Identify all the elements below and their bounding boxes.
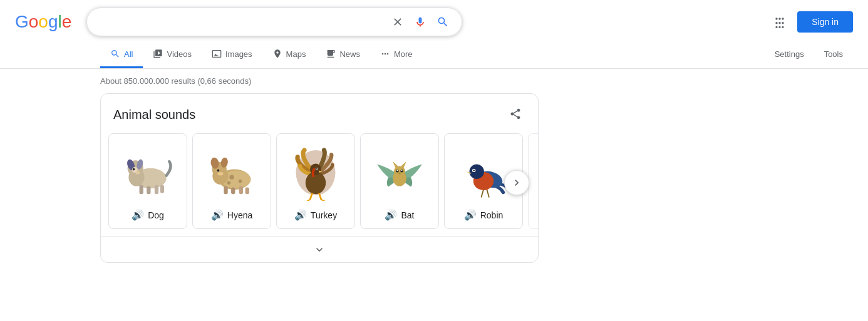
tab-images[interactable]: Images [202,41,262,68]
tab-settings[interactable]: Settings [765,42,814,68]
tab-videos[interactable]: Videos [143,41,202,68]
dog-label: 🔊 Dog [132,209,164,221]
robin-svg [455,145,512,201]
dots-icon [380,49,390,59]
svg-rect-23 [224,186,227,195]
sound-icon-turkey: 🔊 [294,209,307,221]
nav-tabs: All Videos Images Maps News More [0,41,868,69]
hyena-label: 🔊 Hyena [211,209,252,221]
svg-line-49 [487,190,489,198]
video-icon [153,49,163,59]
animal-card-dog[interactable]: 🔊 Dog [108,133,187,229]
card-header: Animal sounds [101,94,538,133]
turkey-name: Turkey [311,210,337,220]
tab-tools[interactable]: Tools [814,42,853,68]
nav-right: Settings Tools [765,42,868,68]
svg-rect-8 [140,185,143,194]
animal-card-turkey[interactable]: 🔊 Turkey [276,133,355,229]
dog-svg [120,145,176,201]
svg-line-34 [307,200,311,201]
animal-card-partial[interactable]: 🔊 [528,133,538,229]
sound-icon-bat: 🔊 [385,209,397,221]
tools-label: Tools [824,49,843,59]
apps-button[interactable] [770,12,790,32]
svg-rect-26 [245,187,249,194]
map-pin-icon [272,49,282,59]
search-color-icon [110,49,120,59]
svg-point-14 [229,175,234,180]
svg-line-35 [321,200,324,201]
tab-maps[interactable]: Maps [262,41,316,68]
svg-point-40 [397,170,398,171]
voice-search-button[interactable] [411,13,429,31]
search-button[interactable] [434,13,452,31]
bat-name: Bat [401,210,414,220]
settings-label: Settings [775,49,804,59]
dog-name: Dog [148,210,164,220]
hyena-name: Hyena [227,210,252,220]
tab-all[interactable]: All [100,41,143,68]
svg-rect-25 [239,186,243,195]
search-icons [389,13,452,31]
animal-sounds-card: Animal sounds [100,93,539,263]
turkey-svg [287,145,344,201]
animal-image-hyena [200,141,263,204]
animal-image-dog [116,141,179,204]
animal-card-bat[interactable]: 🔊 Bat [360,133,439,229]
tab-more-label: More [394,49,413,59]
svg-rect-24 [231,187,235,194]
clear-icon [391,16,404,28]
svg-rect-11 [160,185,164,193]
svg-point-16 [227,181,230,185]
robin-name: Robin [480,210,504,220]
svg-point-22 [218,172,224,175]
grid-icon [773,16,786,28]
tab-all-label: All [124,49,133,59]
sound-icon-hyena: 🔊 [211,209,224,221]
svg-point-41 [401,170,403,171]
svg-rect-10 [155,185,158,194]
robin-label: 🔊 Robin [464,209,504,221]
chevron-down-icon [313,243,326,256]
turkey-label: 🔊 Turkey [294,209,337,221]
tab-images-label: Images [225,49,252,59]
card-expand-button[interactable] [101,237,538,262]
share-icon [509,108,522,120]
animal-image-turkey [284,141,347,204]
tab-more[interactable]: More [370,41,423,68]
svg-point-7 [135,171,140,174]
clear-button[interactable] [389,13,406,31]
google-logo[interactable]: Google [15,12,71,32]
bat-label: 🔊 Bat [385,209,414,221]
svg-point-6 [133,168,135,171]
svg-point-21 [217,170,220,172]
tab-news-label: News [339,49,360,59]
scroll-next-button[interactable] [504,170,529,195]
svg-point-15 [239,180,242,183]
svg-rect-9 [147,186,150,195]
chevron-right-icon [510,176,523,189]
header: Google What sound does a dog make [0,0,868,36]
tab-maps-label: Maps [286,49,306,59]
sign-in-button[interactable]: Sign in [797,11,853,33]
header-right: Sign in [770,11,853,33]
animal-scroll-container: 🔊 Dog [101,133,538,237]
animal-image-robin [452,141,515,204]
results-info: About 850.000.000 results (0,66 seconds) [0,69,868,93]
svg-point-45 [470,165,484,179]
tab-videos-label: Videos [167,49,192,59]
share-button[interactable] [505,104,525,126]
tab-news[interactable]: News [316,41,370,68]
microphone-icon [414,16,426,28]
svg-point-42 [398,172,401,175]
svg-point-31 [316,168,318,170]
sound-icon-robin: 🔊 [464,209,477,221]
svg-point-47 [473,170,475,171]
svg-point-28 [306,171,326,194]
bat-svg [371,145,428,201]
search-input[interactable]: What sound does a dog make [97,16,384,28]
animal-card-hyena[interactable]: 🔊 Hyena [192,133,271,229]
svg-point-29 [310,164,321,175]
hyena-svg [204,145,260,201]
news-icon [326,49,336,59]
